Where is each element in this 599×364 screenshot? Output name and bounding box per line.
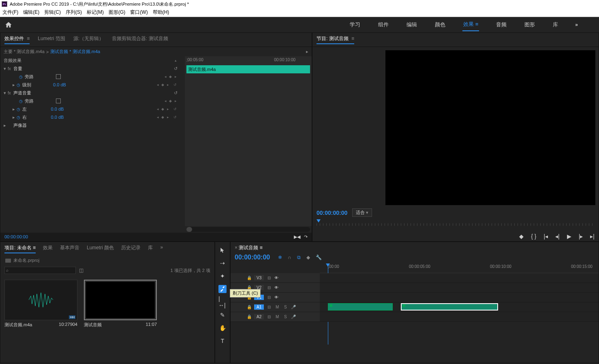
menu-window[interactable]: 窗口(W) [130, 9, 148, 16]
timeline-clip-selected[interactable] [401, 303, 498, 310]
menu-graphics[interactable]: 图形(G) [109, 9, 125, 16]
selection-tool[interactable] [218, 246, 227, 254]
project-panel: 项目: 未命名 ≡ 效果 基本声音 Lumetri 颜色 历史记录 库 » 未命… [0, 242, 215, 363]
app-icon: Pr [2, 1, 7, 7]
menu-sequence[interactable]: 序列(S) [66, 9, 82, 16]
timeline-time[interactable]: 00:00:00:00 [235, 254, 270, 261]
ec-active-clip[interactable]: 测试音频 * 测试音频.m4a [50, 49, 100, 55]
ec-group-channel[interactable]: ▾fx 声道音量 ↺ [0, 89, 185, 97]
linked-selection-icon[interactable]: ⧉ [297, 255, 301, 260]
filter-icon[interactable]: ◫ [79, 268, 83, 273]
ec-playhead-toggle[interactable]: ▸ [306, 49, 308, 54]
type-tool[interactable]: T [218, 337, 227, 345]
menu-marker[interactable]: 标记(M) [87, 9, 104, 16]
track-v3-header[interactable]: 🔒V3⊟👁 [231, 273, 320, 283]
timeline-ruler[interactable]: ;00:00 00:00:05:00 00:00:10:00 00:00:15:… [320, 263, 599, 273]
ripple-tool[interactable]: ✦ [218, 272, 227, 280]
ec-volume-level[interactable]: ▸◷ 级别 0.0 dB ◂ ◆ ▸ ↺ [0, 81, 185, 89]
mark-out-icon[interactable]: { } [531, 233, 536, 240]
play-icon[interactable]: ▶ [567, 233, 571, 240]
ec-clip-bar[interactable]: 测试音频.m4a [186, 65, 310, 73]
project-status: 1 项已选择，共 2 项 [171, 268, 210, 274]
titlebar: Pr Adobe Premiere Pro CC 2019 - C:\用户\li… [0, 0, 599, 8]
ec-current-time[interactable]: 00:00:00:00 [4, 234, 28, 240]
tab-lumetri-color[interactable]: Lumetri 颜色 [87, 244, 114, 253]
menu-clip[interactable]: 剪辑(C) [44, 9, 61, 16]
tab-program[interactable]: 节目: 测试音频 ≡ [317, 35, 354, 44]
workspace-effects[interactable]: 效果 ≡ [462, 18, 479, 31]
step-fwd-icon[interactable]: |▸ [579, 233, 583, 240]
ec-scrollbar[interactable] [186, 227, 310, 232]
ec-channel-left[interactable]: ▸◷ 左 0.0 dB ◂ ◆ ▸ ↺ [0, 105, 185, 113]
workspace-learn[interactable]: 学习 [349, 19, 361, 31]
ec-section-audio: 音频效果 ▴ [0, 56, 185, 64]
tab-essential-sound[interactable]: 基本声音 [60, 244, 79, 253]
workspace-library[interactable]: 库 [552, 19, 559, 31]
program-transport: ◆ { } |◂ ◂| ▶ |▸ ▸| [312, 231, 599, 241]
ec-volume-bypass[interactable]: ◷ 旁路 ◂ ◆ ▸ [0, 73, 185, 81]
ec-channel-right[interactable]: ▸◷ 右 0.0 dB ◂ ◆ ▸ ↺ [0, 113, 185, 121]
program-time[interactable]: 00:00:00:00 [317, 210, 347, 216]
tab-effects[interactable]: 效果 [43, 244, 53, 253]
project-item-sequence[interactable]: 测试音频 11:07 [84, 280, 157, 328]
checkbox-icon[interactable] [56, 98, 61, 103]
marker-icon[interactable]: ◆ [306, 255, 310, 260]
window-title: Adobe Premiere Pro CC 2019 - C:\用户\linfu… [10, 1, 189, 7]
step-back-icon[interactable]: ◂| [555, 233, 560, 240]
ec-channel-bypass[interactable]: ◷ 旁路 ◂ ◆ ▸ [0, 97, 185, 105]
menu-help[interactable]: 帮助(H) [153, 9, 169, 16]
item-name: 测试音频 [84, 322, 102, 328]
workspace-overflow[interactable]: » [575, 22, 578, 28]
track-a2-header[interactable]: 🔒A2⊟MS🎤 [231, 312, 320, 322]
program-zoom[interactable]: 适合 [352, 208, 372, 217]
project-item-audio[interactable]: HH 测试音频.m4a 10:27904 [4, 280, 77, 328]
ec-transport[interactable]: ▶◀ ↷ [294, 234, 308, 240]
go-in-icon[interactable]: |◂ [543, 233, 548, 240]
home-icon[interactable] [5, 21, 12, 28]
tab-effect-controls[interactable]: 效果控件 ≡ [4, 35, 30, 44]
menu-file[interactable]: 文件(F) [2, 9, 18, 16]
timeline-sequence-tab[interactable]: 测试音频 ≡ [235, 244, 263, 251]
timeline-clip[interactable] [328, 303, 393, 310]
slip-tool[interactable]: |↔| [218, 298, 227, 306]
timeline-content[interactable] [320, 273, 599, 322]
mark-in-icon[interactable]: ◆ [519, 233, 524, 240]
timeline-panel: 测试音频 ≡ 00:00:00:00 ❄ ∩ ⧉ ◆ 🔧 ;00:00 00:0… [230, 242, 599, 363]
wrench-icon[interactable]: 🔧 [316, 255, 322, 260]
ec-timeline[interactable]: ;00:05:00 00:00:10:00 测试音频.m4a [185, 56, 312, 226]
proj-overflow[interactable]: » [160, 244, 163, 253]
project-search[interactable] [4, 267, 76, 274]
program-ruler[interactable] [317, 219, 595, 227]
project-file[interactable]: 未命名.prproj [0, 256, 214, 265]
hand-tool[interactable]: ✋ [218, 324, 227, 332]
workspace-bar: 学习 组件 编辑 颜色 效果 ≡ 音频 图形 库 » [0, 17, 599, 32]
tooltip: 剃刀工具 (C) [230, 289, 261, 298]
ec-group-panner[interactable]: ▸ 声像器 [0, 121, 185, 129]
tab-audio-clip-mixer[interactable]: 音频剪辑混合器: 测试音频 [112, 35, 168, 44]
workspace-edit[interactable]: 编辑 [406, 19, 418, 31]
menu-edit[interactable]: 编辑(E) [23, 9, 39, 16]
workspace-audio[interactable]: 音频 [495, 19, 507, 31]
tab-project[interactable]: 项目: 未命名 ≡ [4, 244, 36, 253]
tab-libraries[interactable]: 库 [148, 244, 153, 253]
program-monitor[interactable] [385, 50, 595, 205]
ruler-tick: 00:00:15:00 [571, 264, 593, 269]
pen-tool[interactable]: ✎ [218, 311, 227, 319]
tab-source[interactable]: 源:（无剪辑） [73, 35, 104, 44]
checkbox-icon[interactable] [56, 74, 61, 79]
magnet-icon[interactable]: ∩ [288, 255, 291, 260]
ec-ruler-start: ;00:05:00 [186, 58, 203, 62]
go-out-icon[interactable]: ▸| [590, 233, 595, 240]
workspace-assembly[interactable]: 组件 [377, 19, 389, 31]
track-select-tool[interactable]: ⇢ [218, 259, 227, 267]
tab-lumetri-scopes[interactable]: Lumetri 范围 [38, 35, 65, 44]
workspace-graphics[interactable]: 图形 [524, 19, 536, 31]
razor-tool[interactable] [218, 285, 227, 293]
snap-icon[interactable]: ❄ [278, 255, 282, 260]
search-icon: ⌕ [6, 268, 9, 272]
ec-group-volume[interactable]: ▾fx 音量 ↺ [0, 64, 185, 73]
workspace-color[interactable]: 颜色 [434, 19, 446, 31]
playhead-icon[interactable] [317, 219, 321, 223]
tab-history[interactable]: 历史记录 [121, 244, 141, 253]
track-a1-header[interactable]: 🔒A1⊟MS🎤 [231, 302, 320, 312]
